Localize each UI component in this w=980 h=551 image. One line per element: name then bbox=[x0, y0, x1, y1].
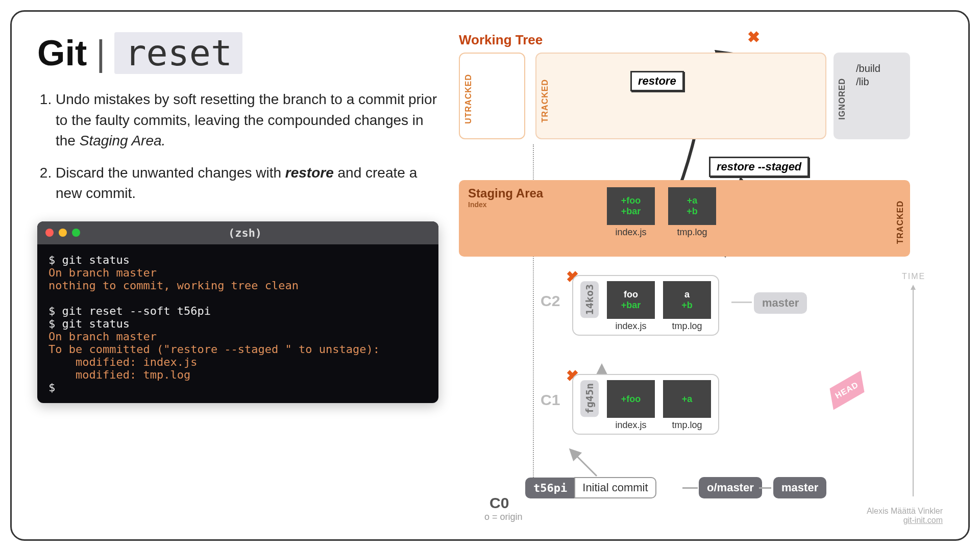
file-tile: a+btmp.log bbox=[663, 281, 711, 332]
page-title: Git | reset bbox=[37, 32, 438, 74]
file-tile: +atmp.log bbox=[663, 380, 711, 431]
commit-hash: t56pi bbox=[525, 478, 575, 498]
terminal-title: (zsh) bbox=[85, 227, 405, 239]
close-icon bbox=[45, 229, 54, 237]
commit-hash: fg45n bbox=[580, 380, 599, 417]
staging-tracked-label: TRACKED bbox=[896, 201, 905, 244]
branch-pill: o/master bbox=[699, 477, 762, 498]
staging-files: +foo+barindex.js+a+btmp.log bbox=[607, 187, 716, 238]
staging-area: Staging Area Index TRACKED +foo+barindex… bbox=[459, 180, 910, 257]
minimize-icon bbox=[59, 229, 67, 237]
commit-box: fg45n+fooindex.js+atmp.log bbox=[572, 374, 719, 435]
git-diagram: Working Tree UTRACKED TRACKED IGNORED /b… bbox=[454, 32, 943, 519]
commit-box: 14ko3foo+barindex.jsa+btmp.log bbox=[572, 275, 719, 336]
discard-cross-icon: ✖ bbox=[747, 28, 760, 46]
time-label: TIME bbox=[902, 272, 925, 281]
origin-legend: o = origin bbox=[484, 512, 523, 522]
staging-subtitle: Index bbox=[468, 201, 543, 209]
terminal-body: git status On branch master nothing to c… bbox=[37, 244, 438, 403]
file-name: index.js bbox=[607, 227, 655, 238]
tracked-label: TRACKED bbox=[541, 79, 550, 122]
step-1: Undo mistakes by soft resetting the bran… bbox=[56, 89, 438, 152]
ignored-label: IGNORED bbox=[838, 78, 847, 120]
untracked-label: UTRACKED bbox=[464, 74, 473, 124]
title-command: reset bbox=[114, 32, 242, 74]
branch-pill: master bbox=[773, 477, 826, 498]
restore-badge: restore bbox=[630, 71, 684, 91]
file-tile: foo+barindex.js bbox=[607, 281, 655, 332]
zoom-icon bbox=[72, 229, 80, 237]
tracked-box: TRACKED bbox=[535, 53, 826, 139]
author-name: Alexis Määttä Vinkler bbox=[867, 507, 943, 516]
file-tile: +fooindex.js bbox=[607, 380, 655, 431]
file-name: index.js bbox=[607, 420, 655, 431]
step-2: Discard the unwanted changes with restor… bbox=[56, 163, 438, 204]
title-brand: Git bbox=[37, 33, 87, 73]
file-name: tmp.log bbox=[668, 227, 716, 238]
branch-pill-stale: master bbox=[754, 292, 807, 314]
staging-title: Staging Area bbox=[468, 186, 543, 201]
svg-line-1 bbox=[571, 450, 597, 476]
restore-staged-badge: restore --staged bbox=[709, 157, 809, 177]
file-name: tmp.log bbox=[663, 321, 711, 332]
step-2-text: Discard the unwanted changes with bbox=[56, 165, 285, 181]
commit-hash: 14ko3 bbox=[580, 281, 599, 318]
title-pipe: | bbox=[96, 33, 105, 73]
file-name: index.js bbox=[607, 321, 655, 332]
author-site-link[interactable]: git-init.com bbox=[903, 516, 943, 524]
commit-message: Initial commit bbox=[574, 477, 656, 498]
file-name: tmp.log bbox=[663, 420, 711, 431]
commit-label: C1 bbox=[541, 391, 560, 409]
ignored-file: /lib bbox=[856, 75, 880, 88]
file-tile: +foo+barindex.js bbox=[607, 187, 655, 238]
step-1-em: Staging Area. bbox=[80, 133, 166, 148]
working-tree-label: Working Tree bbox=[459, 32, 543, 48]
terminal: (zsh) git status On branch master nothin… bbox=[37, 221, 438, 403]
ignored-box: IGNORED /build /lib bbox=[834, 53, 910, 139]
step-2-strong: restore bbox=[285, 165, 334, 181]
untracked-box: UTRACKED bbox=[459, 53, 525, 139]
ignored-file: /build bbox=[856, 62, 880, 75]
steps-list: Undo mistakes by soft resetting the bran… bbox=[37, 89, 438, 204]
ignored-files: /build /lib bbox=[856, 62, 880, 88]
commit-label: C0 bbox=[489, 494, 509, 512]
file-tile: +a+btmp.log bbox=[668, 187, 716, 238]
terminal-titlebar: (zsh) bbox=[37, 221, 438, 244]
commit-label: C2 bbox=[541, 292, 560, 310]
